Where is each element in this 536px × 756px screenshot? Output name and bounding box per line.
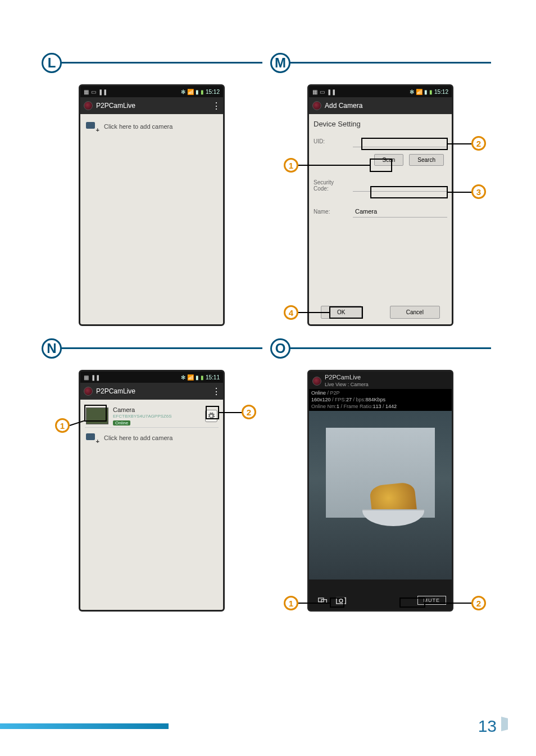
highlight-mute <box>399 597 425 608</box>
highlight-security-code <box>370 186 448 198</box>
name-row: Name: <box>314 205 447 218</box>
callout-2: 2 <box>242 405 256 419</box>
live-video-frame[interactable] <box>309 411 452 580</box>
add-camera-icon <box>86 122 98 131</box>
battery-icon: ▮ <box>201 89 204 95</box>
stat-sep: / FPS: <box>331 397 347 402</box>
callout-2: 2 <box>471 596 486 610</box>
section-badge-M: M <box>270 53 290 73</box>
device-setting-heading: Device Setting <box>314 120 447 128</box>
app-title: P2PCamLive <box>96 102 135 110</box>
clock: 15:12 <box>434 89 448 95</box>
app-bar: Add Camera <box>309 97 452 114</box>
panel-O: O P2PCamLive Live View : Camera <box>274 342 491 617</box>
stat-online: Online <box>311 390 326 396</box>
section-badge-N: N <box>42 338 62 359</box>
page-footer: 13 <box>0 711 536 734</box>
statusbar-icon: ▦ <box>84 89 89 95</box>
app-bar: P2PCamLive ⋮ <box>80 383 223 400</box>
live-view-header: P2PCamLive Live View : Camera <box>309 372 452 389</box>
section-divider <box>274 347 491 349</box>
callout-1: 1 <box>55 418 70 433</box>
signal-icon: ▮ <box>196 374 199 381</box>
clock: 15:12 <box>206 89 220 95</box>
camera-meta: Camera EFCTBXBYS4U7AGPPSZ6S Online <box>113 406 201 426</box>
stat-frame-a: 113 <box>373 404 381 409</box>
app-icon <box>84 387 93 396</box>
highlight-thumbnail <box>84 405 107 422</box>
live-view-body: P2PCamLive Live View : Camera Online / P… <box>309 372 452 610</box>
camera-status: Online <box>113 420 130 426</box>
overflow-menu-icon[interactable]: ⋮ <box>212 386 220 397</box>
overflow-menu-icon[interactable]: ⋮ <box>212 101 220 111</box>
wifi-icon: 📶 <box>187 89 194 95</box>
wifi-icon: 📶 <box>416 89 423 95</box>
android-statusbar: ▦ ❚❚ ✻ 📶 ▮ ▮ 15:11 <box>80 372 223 383</box>
video-content <box>362 509 424 526</box>
uid-label: UID: <box>314 138 348 144</box>
callout-1: 1 <box>284 158 298 173</box>
search-button[interactable]: Search <box>409 154 444 166</box>
statusbar-icon: ▭ <box>320 89 325 95</box>
app-title: Add Camera <box>325 102 362 110</box>
stat-fps: 27 <box>346 397 352 402</box>
panel-N: N ▦ ❚❚ ✻ 📶 ▮ ▮ 15:11 <box>45 342 262 617</box>
battery-icon: ▮ <box>429 89 433 95</box>
phone-screenshot-O: P2PCamLive Live View : Camera Online / P… <box>307 370 453 612</box>
callout-line <box>448 192 472 193</box>
bluetooth-icon: ✻ <box>181 89 185 95</box>
callout-line <box>219 412 243 413</box>
section-divider <box>274 62 491 64</box>
app-icon <box>312 101 321 110</box>
live-stats: Online / P2P 160x120 / FPS:27 / bps:884K… <box>309 389 452 411</box>
phone-screenshot-L: ▦ ▭ ❚❚ ✻ 📶 ▮ ▮ 15:12 P2PCamL <box>79 84 225 326</box>
clock: 15:11 <box>206 374 220 381</box>
signal-icon: ▮ <box>196 89 199 95</box>
add-camera-row[interactable]: Click here to add camera <box>85 120 219 133</box>
stat-bps: 884Kbps <box>366 397 386 402</box>
phone-screenshot-M: ▦ ▭ ❚❚ ✻ 📶 ▮ ▮ 15:12 Add Cam <box>307 84 453 326</box>
highlight-ok <box>329 306 363 319</box>
stat-sep: / Frame Ratio: <box>339 404 373 409</box>
signal-icon: ▮ <box>424 89 428 95</box>
bluetooth-icon: ✻ <box>181 374 185 381</box>
statusbar-icon: ▦ <box>84 374 89 381</box>
callout-line <box>448 143 472 144</box>
app-icon <box>312 377 321 386</box>
name-input[interactable] <box>353 205 447 218</box>
highlight-scan <box>370 159 392 172</box>
panel-M: M ▦ ▭ ❚❚ ✻ 📶 ▮ ▮ 15:12 <box>274 56 491 332</box>
stat-label: Online Nm: <box>311 404 337 409</box>
add-camera-label: Click here to add camera <box>104 123 172 130</box>
statusbar-icon: ▭ <box>91 89 96 95</box>
stat-sep: / P2P <box>326 390 340 396</box>
footer-accent-bar <box>0 723 169 729</box>
app-bar: P2PCamLive ⋮ <box>80 97 223 114</box>
stat-sep: / <box>381 404 386 409</box>
callout-line <box>425 603 473 604</box>
wifi-icon: 📶 <box>187 374 194 381</box>
callout-4: 4 <box>284 305 298 320</box>
stat-frame-b: 1442 <box>385 404 397 409</box>
app-icon <box>84 101 93 110</box>
footer-decor <box>501 717 508 731</box>
add-camera-row[interactable]: Click here to add camera <box>85 431 219 445</box>
camera-uid: EFCTBXBYS4U7AGPPSZ6S <box>113 414 201 419</box>
security-code-label: Security Code: <box>314 179 348 192</box>
stat-sep: / bps: <box>352 397 366 402</box>
callout-line <box>298 165 370 166</box>
cancel-button[interactable]: Cancel <box>390 306 440 319</box>
android-statusbar: ▦ ▭ ❚❚ ✻ 📶 ▮ ▮ 15:12 <box>80 86 223 97</box>
callout-line <box>298 312 329 313</box>
section-badge-L: L <box>42 53 62 73</box>
panel-L: L ▦ ▭ ❚❚ ✻ 📶 ▮ ▮ 15:12 <box>45 56 262 332</box>
app-title: P2PCamLive <box>325 374 361 381</box>
page-number: 13 <box>478 717 497 736</box>
section-divider <box>45 62 262 64</box>
callout-line <box>298 603 330 604</box>
stat-res: 160x120 <box>311 397 331 402</box>
highlight-gear <box>206 406 219 419</box>
statusbar-icon: ❚❚ <box>327 89 336 95</box>
battery-icon: ▮ <box>201 374 204 381</box>
app-body: Camera EFCTBXBYS4U7AGPPSZ6S Online Click… <box>80 400 223 610</box>
